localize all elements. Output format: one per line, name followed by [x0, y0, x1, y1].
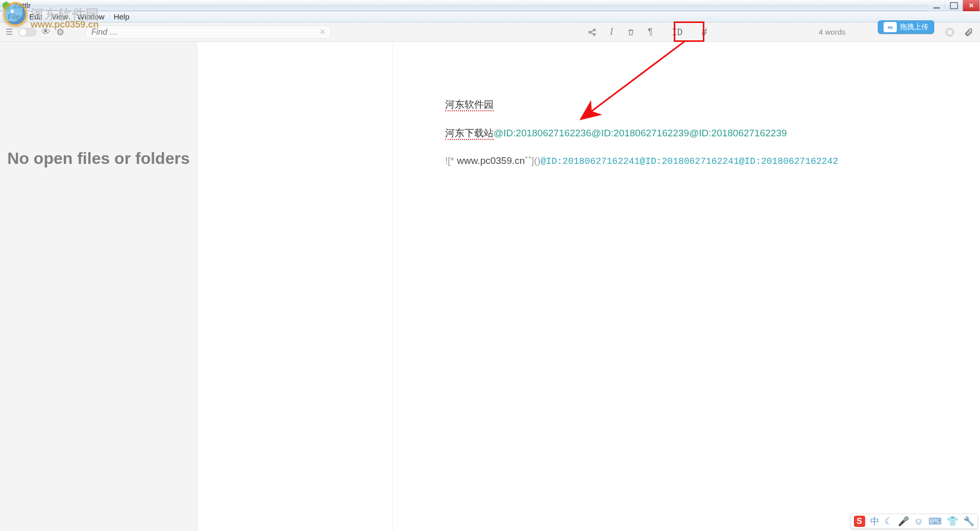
info-icon[interactable]: I	[606, 27, 617, 37]
editor-line-3-ids: @ID:20180627162241@ID:20180627162241@ID:…	[541, 156, 838, 166]
search-field[interactable]: ×	[86, 26, 331, 39]
share-icon[interactable]	[587, 28, 597, 37]
sync-spinner-icon[interactable]	[945, 28, 954, 37]
id-button[interactable]: ID	[665, 26, 690, 38]
editor-line-1[interactable]: 河东软件园	[445, 98, 980, 111]
editor-line-2[interactable]: 河东下载站@ID:20180627162236@ID:2018062716223…	[445, 127, 980, 140]
menu-help[interactable]: Help	[109, 12, 134, 21]
search-clear-icon[interactable]: ×	[320, 27, 325, 37]
sidebar-empty-message: No open files or folders	[7, 149, 189, 168]
ime-item-keyboard-icon[interactable]: ⌨	[928, 516, 942, 527]
menubar: File Edit View Window Help	[0, 11, 980, 22]
editor-line-3-url: www.pc0359.cn``	[457, 155, 531, 166]
ime-item-emoji-icon[interactable]: ☺	[914, 516, 923, 527]
upload-pill-label: 拖拽上传	[900, 22, 928, 32]
editor-line-3-md-prefix: ![*	[445, 155, 457, 166]
gear-icon[interactable]: ⚙	[55, 27, 65, 38]
paperclip-icon[interactable]	[964, 28, 974, 37]
search-input[interactable]	[91, 28, 320, 37]
eye-icon[interactable]: 👁	[41, 27, 51, 37]
menu-edit[interactable]: Edit	[24, 12, 47, 21]
trash-icon[interactable]	[626, 28, 636, 37]
ime-item-mic-icon[interactable]: 🎤	[898, 516, 909, 527]
ime-badge[interactable]: S	[854, 516, 865, 527]
cloud-icon: ∞	[884, 22, 897, 32]
ime-toolbar[interactable]: S 中 ☾ 🎤 ☺ ⌨ 👕 🔧	[850, 514, 978, 529]
window-titlebar[interactable]: Zettlr	[0, 0, 980, 11]
hash-icon[interactable]: #	[699, 26, 709, 38]
ime-item-moon-icon[interactable]: ☾	[885, 516, 893, 527]
editor-line-2-prefix: 河东下载站	[445, 128, 494, 140]
file-tree-pane[interactable]	[197, 42, 393, 531]
menu-toggle-icon[interactable]: ☰	[4, 27, 14, 37]
word-count: 4 words	[819, 28, 846, 36]
editor-line-2-ids: @ID:20180627162236@ID:20180627162239@ID:…	[494, 128, 787, 138]
window-maximize-button[interactable]	[945, 0, 963, 11]
menu-view[interactable]: View	[47, 12, 72, 21]
upload-pill[interactable]: ∞ 拖拽上传	[878, 20, 934, 34]
ime-item-lang[interactable]: 中	[870, 515, 879, 527]
menu-window[interactable]: Window	[72, 12, 109, 21]
pilcrow-icon[interactable]: ¶	[645, 27, 655, 37]
menu-file[interactable]: File	[3, 12, 24, 21]
window-minimize-button[interactable]	[928, 0, 945, 11]
editor-line-3[interactable]: ![* www.pc0359.cn``]()@ID:20180627162241…	[445, 155, 980, 166]
window-close-button[interactable]	[963, 0, 980, 11]
editor-line-3-md-suffix: ]()	[531, 155, 541, 166]
ime-item-wrench-icon[interactable]: 🔧	[963, 516, 974, 527]
ime-item-skin-icon[interactable]: 👕	[947, 516, 958, 527]
editor-line-1-text: 河东软件园	[445, 99, 494, 111]
file-sidebar: No open files or folders	[0, 42, 197, 531]
editor-pane[interactable]: 河东软件园 河东下载站@ID:20180627162236@ID:2018062…	[393, 42, 980, 531]
toolbar: ☰ 👁 ⚙ × I ¶ ID # 4 words ∞ 拖拽上传	[0, 22, 980, 42]
app-icon	[2, 2, 10, 10]
window-title: Zettlr	[13, 1, 31, 10]
dark-mode-toggle[interactable]	[18, 28, 37, 37]
